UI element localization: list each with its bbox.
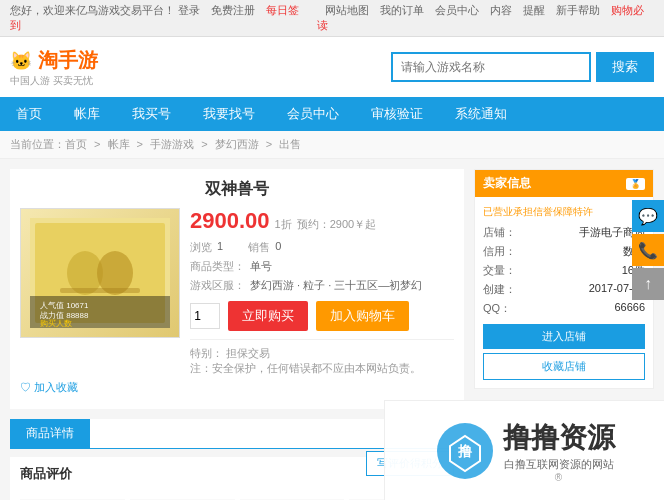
seller-header: 卖家信息 🏅 <box>475 170 653 197</box>
seller-qq-row: QQ： 66666 <box>483 301 645 316</box>
top-bar: 您好，欢迎来亿鸟游戏交易平台！ 登录 免费注册 每日签到 网站地图 我的订单 会… <box>0 0 664 37</box>
price: 2900.00 <box>190 208 270 234</box>
watermark-inner: 撸 撸撸资源 白撸互联网资源的网站 ® <box>435 419 615 483</box>
watermark-overlay: 撸 撸撸资源 白撸互联网资源的网站 ® <box>384 400 664 500</box>
promise-row: 特别： 担保交易 注：安全保护，任何错误都不应由本网站负责。 <box>190 339 454 376</box>
login-link[interactable]: 登录 <box>178 4 200 16</box>
buy-now-button[interactable]: 立即购买 <box>228 301 308 331</box>
top-bar-left: 您好，欢迎来亿鸟游戏交易平台！ 登录 免费注册 每日签到 <box>10 3 317 33</box>
main-nav: 首页 帐库 我买号 我要找号 会员中心 审核验证 系统通知 <box>0 97 664 131</box>
register-link[interactable]: 免费注册 <box>211 4 255 16</box>
seller-box-title: 卖家信息 <box>483 175 531 192</box>
float-phone[interactable]: 📞 <box>632 234 664 266</box>
svg-text:撸: 撸 <box>457 443 473 459</box>
seller-badge: 🏅 <box>626 178 645 190</box>
svg-text:购买人数: 购买人数 <box>40 319 72 328</box>
shop-name-label: 店铺： <box>483 225 516 240</box>
logo-sub: 中国人游 买卖无忧 <box>10 74 93 88</box>
nav-find[interactable]: 我要找号 <box>187 97 271 131</box>
product-image: 人气值 10671 战力值 88888 购买人数 <box>20 208 180 338</box>
product-body: 人气值 10671 战力值 88888 购买人数 2900.00 1折 预约：2… <box>20 208 454 376</box>
bc-game[interactable]: 梦幻西游 <box>215 138 259 150</box>
bc-mobile[interactable]: 手游游戏 <box>150 138 194 150</box>
seller-buttons: 进入店铺 收藏店铺 <box>483 324 645 380</box>
price-row: 2900.00 1折 预约：2900￥起 <box>190 208 454 234</box>
price-unit: 1折 <box>275 217 292 232</box>
svg-rect-4 <box>60 288 140 293</box>
bc-sep: > <box>94 138 103 150</box>
type-row: 商品类型： 单号 <box>190 259 454 274</box>
svg-text:人气值 10671: 人气值 10671 <box>40 301 89 310</box>
side-float: 💬 📞 ↑ <box>632 200 664 300</box>
seller-date-row: 创建： 2017-07-28 <box>483 282 645 297</box>
sitemap-link[interactable]: 网站地图 <box>325 4 369 16</box>
product-detail: 双神兽号 人气值 1067 <box>10 169 464 409</box>
nav-buy[interactable]: 我买号 <box>116 97 187 131</box>
search-input[interactable] <box>391 52 591 82</box>
myorder-link[interactable]: 我的订单 <box>380 4 424 16</box>
fav-shop-button[interactable]: 收藏店铺 <box>483 353 645 380</box>
add-favorite[interactable]: ♡ 加入收藏 <box>20 376 454 399</box>
rating-label: 信用： <box>483 244 516 259</box>
server-row: 游戏区服： 梦幻西游 · 粒子 · 三十五区—初梦幻 <box>190 278 454 293</box>
breadcrumb: 当前位置：首页 > 帐库 > 手游游戏 > 梦幻西游 > 出售 <box>0 131 664 159</box>
seller-sales-row: 交量： 16件 <box>483 263 645 278</box>
enter-shop-button[interactable]: 进入店铺 <box>483 324 645 349</box>
welcome-text: 您好，欢迎来亿鸟游戏交易平台！ <box>10 4 175 16</box>
logo: 🐱 淘手游 中国人游 买卖无忧 <box>10 47 98 88</box>
search-button[interactable]: 搜索 <box>596 52 654 82</box>
seller-rating-row: 信用： 数天 <box>483 244 645 259</box>
rating-title: 商品评价 <box>20 465 72 483</box>
bc-sell[interactable]: 出售 <box>279 138 301 150</box>
add-cart-button[interactable]: 加入购物车 <box>316 301 409 331</box>
watermark-main-text: 撸撸资源 <box>503 419 615 457</box>
seller-badge-text: 已营业承担信誉保障特许 <box>483 205 645 219</box>
logo-main: 🐱 淘手游 <box>10 47 98 74</box>
watermark-trademark: ® <box>503 472 615 483</box>
nav-member[interactable]: 会员中心 <box>271 97 355 131</box>
watermark-text-area: 撸撸资源 白撸互联网资源的网站 ® <box>503 419 615 483</box>
product-info: 2900.00 1折 预约：2900￥起 浏览 1 销售 0 商品类型： <box>190 208 454 376</box>
img-placeholder: 人气值 10671 战力值 88888 购买人数 <box>21 209 179 337</box>
member-link[interactable]: 会员中心 <box>435 4 479 16</box>
nav-home[interactable]: 首页 <box>0 97 58 131</box>
top-bar-right: 网站地图 我的订单 会员中心 内容 提醒 新手帮助 购物必读 <box>317 3 654 33</box>
nav-accounts[interactable]: 帐库 <box>58 97 116 131</box>
float-chat[interactable]: 💬 <box>632 200 664 232</box>
seller-shop-name: 店铺： 手游电子商局 <box>483 225 645 240</box>
watermark-content: 撸 撸撸资源 白撸互联网资源的网站 ® <box>435 419 615 483</box>
remind-link[interactable]: 提醒 <box>523 4 545 16</box>
content-link[interactable]: 内容 <box>490 4 512 16</box>
date-label: 创建： <box>483 282 516 297</box>
sales-label: 交量： <box>483 263 516 278</box>
watermark-sub-text: 白撸互联网资源的网站 <box>503 457 615 472</box>
qq-label: QQ： <box>483 301 511 316</box>
product-svg: 人气值 10671 战力值 88888 购买人数 <box>30 218 170 328</box>
views-row: 浏览 1 销售 0 <box>190 240 454 255</box>
header: 🐱 淘手游 中国人游 买卖无忧 搜索 <box>0 37 664 97</box>
bc-home[interactable]: 当前位置：首页 <box>10 138 87 150</box>
price-sub: 预约：2900￥起 <box>297 217 376 232</box>
quantity-input[interactable] <box>190 303 220 329</box>
watermark-logo-svg: 撸 <box>435 421 495 481</box>
seller-box: 卖家信息 🏅 已营业承担信誉保障特许 店铺： 手游电子商局 信用： 数天 交量：… <box>474 169 654 389</box>
tab-detail[interactable]: 商品详情 <box>10 419 90 448</box>
product-title: 双神兽号 <box>20 179 454 200</box>
action-row: 立即购买 加入购物车 <box>190 301 454 331</box>
nav-notice[interactable]: 系统通知 <box>439 97 523 131</box>
bc-accounts[interactable]: 帐库 <box>108 138 130 150</box>
nav-verify[interactable]: 审核验证 <box>355 97 439 131</box>
search-area: 搜索 <box>391 52 654 82</box>
float-top[interactable]: ↑ <box>632 268 664 300</box>
help-link[interactable]: 新手帮助 <box>556 4 600 16</box>
